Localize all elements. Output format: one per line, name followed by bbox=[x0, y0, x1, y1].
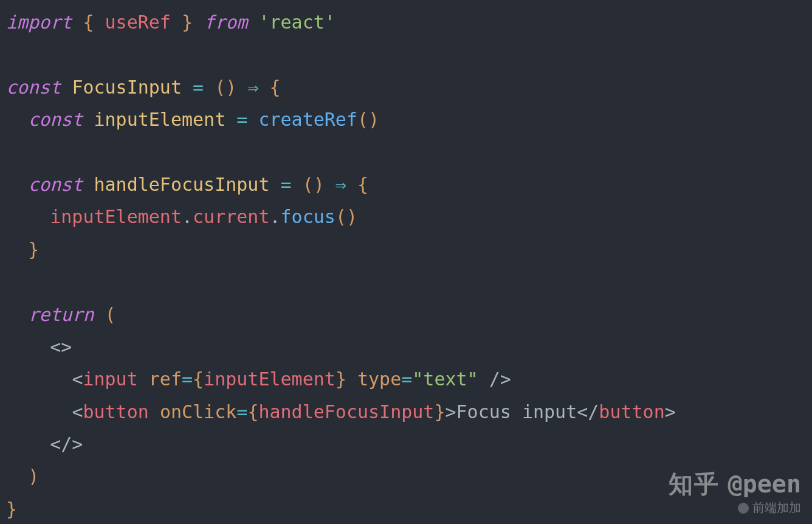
op-eq: = bbox=[401, 368, 412, 390]
ident-handleFocusInput: handleFocusInput bbox=[258, 401, 434, 422]
brace: { bbox=[247, 401, 258, 422]
paren: ( bbox=[357, 109, 368, 130]
angle: > bbox=[445, 401, 456, 422]
tag-input: input bbox=[83, 368, 137, 390]
tag-button: button bbox=[83, 401, 148, 422]
kw-import: import bbox=[6, 12, 72, 33]
attr-onClick: onClick bbox=[160, 401, 236, 422]
code-block: import { useRef } from 'react' const Foc… bbox=[0, 0, 812, 524]
kw-from: from bbox=[204, 12, 247, 33]
paren: ) bbox=[28, 466, 39, 487]
op-eq: = bbox=[182, 368, 193, 390]
paren: ( bbox=[105, 304, 116, 325]
ident-FocusInput: FocusInput bbox=[72, 77, 182, 98]
op-eq: = bbox=[236, 109, 247, 130]
brace: } bbox=[28, 239, 39, 260]
str-text: "text" bbox=[412, 368, 478, 390]
call-focus: focus bbox=[281, 206, 335, 227]
brace: } bbox=[6, 498, 17, 520]
paren: ) bbox=[225, 77, 236, 98]
ident-inputElement: inputElement bbox=[94, 109, 226, 130]
paren: ) bbox=[314, 174, 325, 195]
angle: > bbox=[665, 401, 676, 422]
ident-handleFocusInput: handleFocusInput bbox=[94, 174, 270, 195]
brace: } bbox=[335, 368, 346, 390]
arrow: ⇒ bbox=[335, 174, 346, 195]
angle: </ bbox=[577, 401, 599, 422]
op-eq: = bbox=[193, 77, 204, 98]
kw-const: const bbox=[28, 174, 83, 195]
paren: ( bbox=[215, 77, 225, 98]
op-eq: = bbox=[236, 401, 247, 422]
kw-return: return bbox=[28, 304, 94, 325]
angle: < bbox=[72, 368, 83, 390]
jsx-frag-close: </> bbox=[50, 433, 83, 455]
paren: ( bbox=[303, 174, 314, 195]
kw-const: const bbox=[6, 77, 61, 98]
ident-useRef: useRef bbox=[105, 12, 171, 33]
tag-button: button bbox=[599, 401, 664, 422]
paren: ( bbox=[335, 206, 346, 227]
brace: } bbox=[434, 401, 445, 422]
brace: { bbox=[357, 174, 368, 195]
attr-type: type bbox=[357, 368, 401, 390]
arrow: ⇒ bbox=[247, 77, 258, 98]
jsx-frag-open: <> bbox=[50, 336, 72, 357]
call-createRef: createRef bbox=[258, 109, 357, 130]
ident-inputElement: inputElement bbox=[50, 206, 182, 227]
ident-inputElement: inputElement bbox=[204, 368, 335, 390]
brace: } bbox=[182, 12, 193, 33]
kw-const: const bbox=[28, 109, 83, 130]
dot: . bbox=[270, 206, 281, 227]
brace: { bbox=[270, 77, 281, 98]
brace: { bbox=[83, 12, 94, 33]
angle: < bbox=[72, 401, 83, 422]
attr-ref: ref bbox=[149, 368, 182, 390]
dot: . bbox=[182, 206, 193, 227]
brace: { bbox=[193, 368, 204, 390]
paren: ) bbox=[346, 206, 357, 227]
jsx-text: Focus input bbox=[456, 401, 577, 422]
ident-current: current bbox=[193, 206, 269, 227]
tag-selfclose: /> bbox=[489, 368, 511, 390]
paren: ) bbox=[368, 109, 379, 130]
str-react: 'react' bbox=[258, 12, 335, 33]
op-eq: = bbox=[281, 174, 292, 195]
